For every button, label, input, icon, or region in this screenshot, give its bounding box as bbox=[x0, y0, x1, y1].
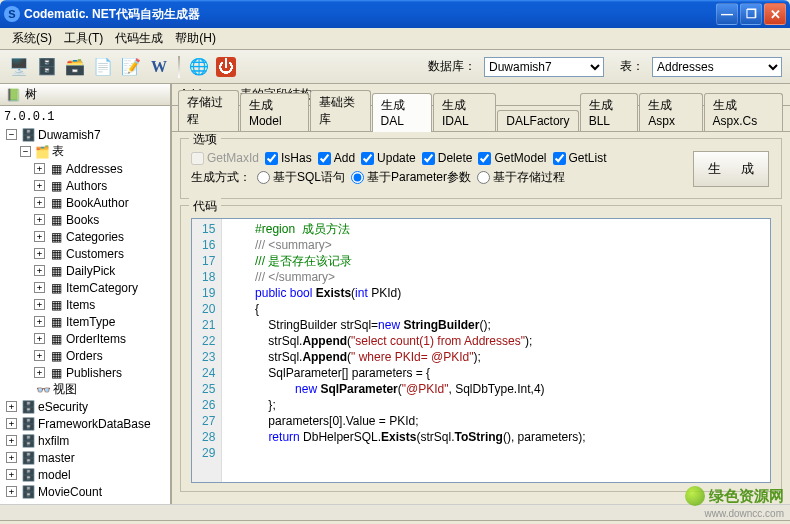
tables-folder-icon: 🗂️ bbox=[34, 145, 50, 159]
tab-0[interactable]: 存储过程 bbox=[178, 90, 239, 131]
tree-table-item[interactable]: +▦Categories bbox=[2, 228, 168, 245]
expand-icon[interactable]: + bbox=[34, 265, 45, 276]
tree-table-item[interactable]: +▦Publishers bbox=[2, 364, 168, 381]
titlebar: S Codematic. NET代码自动生成器 — ❐ ✕ bbox=[0, 0, 790, 28]
globe-icon[interactable]: 🌐 bbox=[188, 56, 210, 78]
tree-root[interactable]: 7.0.0.1 bbox=[2, 108, 168, 126]
expand-icon[interactable]: + bbox=[6, 486, 17, 497]
menu-tools[interactable]: 工具(T) bbox=[58, 28, 109, 49]
checkbox[interactable] bbox=[265, 152, 278, 165]
db-node-icon: 🗄️ bbox=[20, 468, 36, 482]
tab-8[interactable]: 生成Aspx.Cs bbox=[704, 93, 783, 131]
expand-icon[interactable]: + bbox=[6, 469, 17, 480]
tab-4[interactable]: 生成IDAL bbox=[433, 93, 496, 131]
expand-icon[interactable]: + bbox=[34, 282, 45, 293]
expand-icon[interactable]: + bbox=[34, 248, 45, 259]
tree-table-item[interactable]: +▦Books bbox=[2, 211, 168, 228]
expand-icon[interactable]: + bbox=[6, 452, 17, 463]
expand-icon[interactable]: + bbox=[34, 163, 45, 174]
tab-2[interactable]: 基础类库 bbox=[310, 90, 371, 131]
tab-1[interactable]: 生成Model bbox=[240, 93, 309, 131]
tree[interactable]: 7.0.0.1 − 🗄️ Duwamish7 − 🗂️ 表 +▦Addresse… bbox=[0, 106, 170, 504]
tab-3[interactable]: 生成DAL bbox=[372, 93, 432, 132]
expand-icon[interactable]: + bbox=[6, 401, 17, 412]
checkbox[interactable] bbox=[361, 152, 374, 165]
tree-table-item[interactable]: +▦Addresses bbox=[2, 160, 168, 177]
tree-table-item[interactable]: +▦DailyPick bbox=[2, 262, 168, 279]
menu-system[interactable]: 系统(S) bbox=[6, 28, 58, 49]
expand-icon[interactable]: + bbox=[34, 231, 45, 242]
expand-icon[interactable]: + bbox=[34, 214, 45, 225]
collapse-icon[interactable]: − bbox=[6, 129, 17, 140]
tree-table-item[interactable]: +▦Items bbox=[2, 296, 168, 313]
check-getmaxid[interactable]: GetMaxId bbox=[191, 151, 259, 165]
generate-button[interactable]: 生 成 bbox=[693, 151, 769, 187]
tree-table-item[interactable]: +▦Authors bbox=[2, 177, 168, 194]
check-update[interactable]: Update bbox=[361, 151, 416, 165]
expand-icon[interactable]: + bbox=[6, 418, 17, 429]
tree-view-item[interactable]: +🗄️eSecurity bbox=[2, 398, 168, 415]
close-button[interactable]: ✕ bbox=[764, 3, 786, 25]
radio[interactable] bbox=[257, 171, 270, 184]
minimize-button[interactable]: — bbox=[716, 3, 738, 25]
collapse-icon[interactable]: − bbox=[20, 146, 31, 157]
horizontal-scroll[interactable] bbox=[0, 504, 790, 520]
tbl-select[interactable]: Addresses bbox=[652, 57, 782, 77]
tab-7[interactable]: 生成Aspx bbox=[639, 93, 702, 131]
check-getlist[interactable]: GetList bbox=[553, 151, 607, 165]
expand-icon[interactable]: + bbox=[34, 197, 45, 208]
tree-table-item[interactable]: +▦Customers bbox=[2, 245, 168, 262]
checkbox[interactable] bbox=[422, 152, 435, 165]
tree-view-item[interactable]: +🗄️model bbox=[2, 466, 168, 483]
tree-table-item[interactable]: +▦BookAuthor bbox=[2, 194, 168, 211]
expand-icon[interactable]: + bbox=[34, 333, 45, 344]
expand-icon[interactable]: + bbox=[6, 435, 17, 446]
expand-icon[interactable]: + bbox=[34, 299, 45, 310]
code-body[interactable]: #region 成员方法 /// <summary> /// 是否存在该记录 /… bbox=[222, 219, 770, 482]
mode-radio-0[interactable]: 基于SQL语句 bbox=[257, 169, 345, 186]
tree-table-item[interactable]: +▦OrderItems bbox=[2, 330, 168, 347]
checkbox[interactable] bbox=[191, 152, 204, 165]
tree-view-item[interactable]: +🗄️hxfilm bbox=[2, 432, 168, 449]
tree-db[interactable]: − 🗄️ Duwamish7 bbox=[2, 126, 168, 143]
tab-5[interactable]: DALFactory bbox=[497, 110, 578, 131]
checkbox[interactable] bbox=[478, 152, 491, 165]
checkbox[interactable] bbox=[318, 152, 331, 165]
menu-codegen[interactable]: 代码生成 bbox=[109, 28, 169, 49]
tree-table-item[interactable]: +▦ItemCategory bbox=[2, 279, 168, 296]
mode-radio-2[interactable]: 基于存储过程 bbox=[477, 169, 565, 186]
expand-icon[interactable]: + bbox=[34, 316, 45, 327]
checkbox[interactable] bbox=[553, 152, 566, 165]
maximize-button[interactable]: ❐ bbox=[740, 3, 762, 25]
new-server-icon[interactable]: 🖥️ bbox=[8, 56, 30, 78]
tree-table-item[interactable]: +▦ItemType bbox=[2, 313, 168, 330]
table-icon[interactable]: 🗃️ bbox=[64, 56, 86, 78]
tree-view-item[interactable]: +🗄️FrameworkDataBase bbox=[2, 415, 168, 432]
check-ishas[interactable]: IsHas bbox=[265, 151, 312, 165]
stop-icon[interactable]: ⏻ bbox=[216, 57, 236, 77]
table-item-icon: ▦ bbox=[48, 213, 64, 227]
db-icon[interactable]: 🗄️ bbox=[36, 56, 58, 78]
menu-help[interactable]: 帮助(H) bbox=[169, 28, 222, 49]
mode-radio-1[interactable]: 基于Parameter参数 bbox=[351, 169, 471, 186]
edit-icon[interactable]: 📝 bbox=[120, 56, 142, 78]
check-delete[interactable]: Delete bbox=[422, 151, 473, 165]
radio[interactable] bbox=[351, 171, 364, 184]
check-getmodel[interactable]: GetModel bbox=[478, 151, 546, 165]
expand-icon[interactable]: + bbox=[34, 367, 45, 378]
radio[interactable] bbox=[477, 171, 490, 184]
expand-icon[interactable]: + bbox=[34, 350, 45, 361]
table-item-icon: ▦ bbox=[48, 196, 64, 210]
code-editor[interactable]: 151617181920212223242526272829 #region 成… bbox=[191, 218, 771, 483]
tree-tables[interactable]: − 🗂️ 表 bbox=[2, 143, 168, 160]
db-select[interactable]: Duwamish7 bbox=[484, 57, 604, 77]
tree-view-item[interactable]: +🗄️MovieCount bbox=[2, 483, 168, 500]
tab-6[interactable]: 生成BLL bbox=[580, 93, 639, 131]
word-icon[interactable]: W bbox=[148, 56, 170, 78]
tree-table-item[interactable]: +▦Orders bbox=[2, 347, 168, 364]
script-icon[interactable]: 📄 bbox=[92, 56, 114, 78]
tree-views[interactable]: 👓 视图 bbox=[2, 381, 168, 398]
tree-view-item[interactable]: +🗄️master bbox=[2, 449, 168, 466]
expand-icon[interactable]: + bbox=[34, 180, 45, 191]
check-add[interactable]: Add bbox=[318, 151, 355, 165]
